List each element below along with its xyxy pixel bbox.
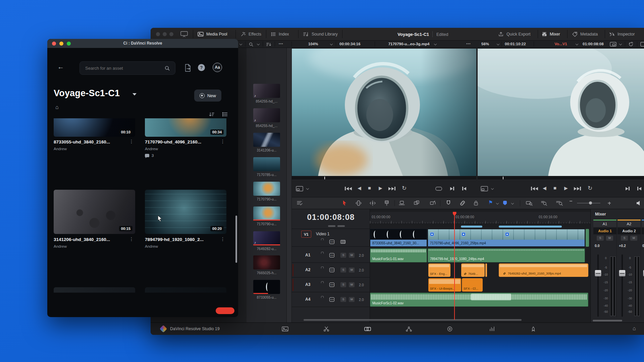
goto-in-button[interactable]: [637, 187, 641, 190]
zoom-slider[interactable]: [577, 203, 600, 203]
asset-menu-icon[interactable]: ⋮: [220, 236, 225, 242]
search-icon[interactable]: [249, 42, 254, 47]
media-pool-item[interactable]: ♪ 7649282-u...: [251, 231, 283, 251]
timeline-name[interactable]: Vo...V1: [546, 42, 575, 46]
track-id-badge[interactable]: V1: [301, 231, 311, 238]
selection-tool-icon[interactable]: [342, 200, 347, 206]
track-id[interactable]: A4: [305, 297, 310, 302]
timeline-clip-sfx[interactable]: 7649...: [461, 263, 485, 277]
mute-button[interactable]: M: [349, 282, 355, 287]
more-options-icon[interactable]: •••: [466, 42, 471, 46]
search-box[interactable]: [79, 61, 175, 75]
help-icon[interactable]: ?: [198, 64, 205, 71]
asset-thumbnail[interactable]: 00:10: [54, 118, 135, 137]
asset-card[interactable]: 00:15 3141206-uhd_3840_2160... ⋮ Andrew: [54, 190, 135, 250]
clip-thumbnail[interactable]: [253, 206, 280, 221]
chevron-down-icon[interactable]: [496, 202, 499, 204]
page-deliver-icon[interactable]: [530, 326, 537, 332]
page-fusion-icon[interactable]: [406, 326, 412, 332]
solo-button[interactable]: S: [340, 253, 346, 258]
razor-tool-icon[interactable]: [384, 200, 390, 206]
zoom-full-extent-icon[interactable]: [526, 200, 533, 206]
dynamic-trim-icon[interactable]: [370, 200, 376, 206]
track-header-v1[interactable]: V1 Video 1 < >: [292, 229, 370, 247]
loop-range-icon[interactable]: [435, 186, 442, 191]
asset-menu-icon[interactable]: ⋮: [129, 236, 134, 242]
snapping-magnet-icon[interactable]: [445, 200, 451, 206]
zoom-slider-handle[interactable]: [589, 201, 592, 204]
mute-button[interactable]: M: [349, 297, 355, 302]
button-inspector[interactable]: Inspector: [609, 28, 635, 41]
asset-menu-icon[interactable]: ⋮: [220, 139, 225, 144]
timecode-display-icon[interactable]: [610, 42, 616, 47]
flag-icon[interactable]: ⚑: [488, 199, 493, 205]
clip-thumbnail[interactable]: [253, 255, 280, 269]
sync-color-icon[interactable]: [628, 42, 634, 47]
page-color-icon[interactable]: [446, 326, 453, 332]
solo-button[interactable]: S: [597, 236, 604, 241]
timeline-clip-video[interactable]: 8733055-uhd_3840_2160_30...: [370, 229, 427, 247]
timeline-clip-video[interactable]: 7170790-uhd_4096_2160_25fps.mp4: [428, 229, 585, 247]
home-breadcrumb-icon[interactable]: ⌂: [55, 104, 59, 110]
media-pool-item[interactable]: 7170790-u...: [251, 182, 283, 201]
search-input[interactable]: [85, 62, 159, 74]
chevron-down-icon[interactable]: [491, 187, 494, 190]
timeline-zoom-level[interactable]: 56%: [481, 42, 489, 46]
button-mixer[interactable]: Mixer: [542, 28, 560, 41]
track-id[interactable]: A1: [305, 253, 310, 257]
red-action-button-partial[interactable]: [216, 307, 234, 314]
new-button[interactable]: New: [194, 89, 221, 102]
chevron-down-icon[interactable]: [306, 187, 309, 190]
mixer-scrollbar[interactable]: [593, 320, 622, 321]
auto-select-icon[interactable]: < >: [329, 268, 334, 272]
solo-button[interactable]: S: [621, 236, 628, 241]
link-clips-icon[interactable]: [460, 200, 466, 206]
media-pool-item[interactable]: 7170785-u...: [251, 157, 283, 177]
solo-button[interactable]: S: [340, 282, 346, 287]
ci-title-bar[interactable]: Ci : DaVinci Resolve: [47, 39, 238, 48]
tab-index[interactable]: Index: [271, 28, 289, 41]
chevron-down-icon[interactable]: [576, 43, 578, 45]
page-media-icon[interactable]: [282, 326, 288, 332]
media-pool-item[interactable]: ♪ 854255-hd_...: [251, 108, 283, 128]
track-id[interactable]: A3: [305, 282, 310, 287]
button-metadata[interactable]: Metadata: [572, 28, 598, 41]
asset-name[interactable]: 7170790-uhd_4096_2160...: [145, 139, 217, 144]
play-reverse-button[interactable]: ◀: [543, 185, 546, 191]
loop-button[interactable]: ↻: [588, 185, 592, 192]
timeline-clip-sfx[interactable]: SFX - Cl...: [462, 278, 483, 292]
timeline-scrollbar[interactable]: [304, 319, 522, 321]
solo-button[interactable]: S: [340, 297, 346, 302]
track-header-a1[interactable]: A1 < > S M 2.0: [292, 248, 370, 263]
asset-name[interactable]: 8733055-uhd_3840_2160...: [54, 139, 126, 144]
duration-marker-bar[interactable]: [461, 226, 482, 228]
avatar[interactable]: Aa: [213, 63, 222, 72]
play-button[interactable]: ▶: [564, 185, 568, 191]
chevron-down-icon[interactable]: [330, 43, 333, 45]
zoom-detail-icon[interactable]: [541, 200, 547, 206]
sort-icon[interactable]: [266, 42, 271, 47]
insert-clip-icon[interactable]: [398, 200, 405, 206]
auto-select-icon[interactable]: < >: [329, 297, 334, 302]
skip-forward-button[interactable]: [388, 187, 395, 190]
media-pool-item[interactable]: 7170790-u...: [251, 206, 283, 226]
comments-icon[interactable]: [145, 154, 149, 157]
fader-handle[interactable]: [619, 270, 626, 277]
asset-name[interactable]: 3141206-uhd_3840_2160...: [54, 237, 126, 242]
filmstrip-icon[interactable]: [340, 240, 345, 244]
loop-button[interactable]: ↻: [402, 185, 407, 192]
clip-thumbnail[interactable]: ♪: [253, 108, 280, 122]
chevron-down-icon[interactable]: [434, 43, 437, 45]
project-caret-icon[interactable]: [132, 93, 137, 98]
tab-sound-library[interactable]: Sound Library: [303, 28, 338, 41]
chevron-down-icon[interactable]: [511, 202, 514, 204]
goto-out-button[interactable]: [450, 187, 454, 190]
timeline-ruler[interactable]: 01:00:00:00 01:00:08:00 01:00:16:00: [370, 212, 590, 224]
mute-button[interactable]: M: [630, 236, 637, 241]
timeline-clip-sfx[interactable]: SFX - UI-Beeps...: [428, 278, 461, 292]
skip-forward-button[interactable]: [574, 187, 581, 190]
mute-button[interactable]: M: [349, 253, 355, 258]
mute-button[interactable]: M: [349, 267, 355, 273]
timeline-scrub-bar[interactable]: [478, 176, 644, 180]
timeline-clip-audio[interactable]: MusicForSc1-02.wav: [370, 293, 588, 307]
